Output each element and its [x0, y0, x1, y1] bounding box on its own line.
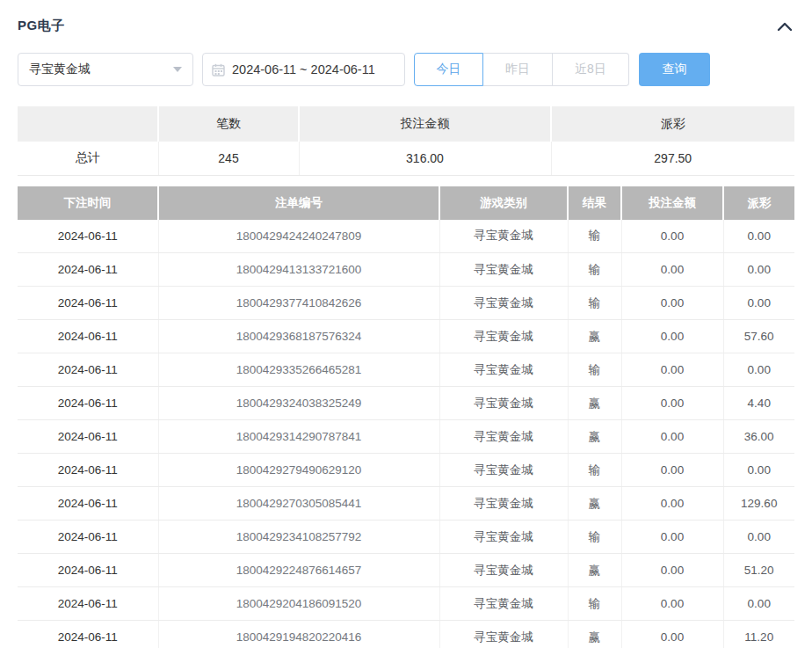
bet-amount-cell: 0.00: [621, 253, 723, 287]
bet-amount-cell: 0.00: [621, 487, 723, 521]
bet-time-cell: 2024-06-11: [18, 253, 158, 287]
result-cell: 输: [568, 253, 621, 287]
table-row: 2024-06-111800429368187576324寻宝黄金城赢0.005…: [18, 320, 794, 353]
records-column-header: 下注时间: [18, 186, 158, 220]
bet-amount-cell: 0.00: [621, 287, 723, 320]
table-row: 2024-06-111800429314290787841寻宝黄金城赢0.003…: [18, 420, 794, 454]
payout-cell: 51.20: [723, 554, 794, 587]
quick-range-button-group: 今日昨日近8日: [414, 53, 629, 86]
bet-amount-cell: 0.00: [621, 621, 723, 648]
bet-records-table: 下注时间注单编号游戏类别结果投注金额派彩 2024-06-11180042942…: [18, 186, 794, 648]
payout-cell: 0.00: [723, 353, 794, 387]
bet-time-cell: 2024-06-11: [18, 487, 158, 521]
bet-id-cell: 1800429368187576324: [158, 320, 439, 353]
result-cell: 赢: [568, 554, 621, 587]
bet-time-cell: 2024-06-11: [18, 587, 158, 621]
summary-column-header: 派彩: [551, 106, 794, 142]
bet-id-cell: 1800429204186091520: [158, 587, 439, 621]
result-cell: 输: [568, 521, 621, 554]
panel-header: PG电子: [18, 0, 794, 34]
table-row: 2024-06-111800429234108257792寻宝黄金城输0.000…: [18, 521, 794, 554]
result-cell: 输: [568, 220, 621, 253]
table-row: 2024-06-111800429279490629120寻宝黄金城输0.000…: [18, 454, 794, 487]
bet-id-cell: 1800429234108257792: [158, 521, 439, 554]
date-range-input[interactable]: 2024-06-11 ~ 2024-06-11: [202, 53, 405, 86]
bet-time-cell: 2024-06-11: [18, 320, 158, 353]
summary-total-label: 总计: [18, 142, 158, 175]
records-column-header: 游戏类别: [439, 186, 568, 220]
summary-table: 笔数投注金额派彩 总计245316.00297.50: [18, 106, 794, 176]
quick-range-button-1[interactable]: 昨日: [483, 53, 553, 86]
game-type-cell: 寻宝黄金城: [439, 454, 568, 487]
summary-column-header: 投注金额: [299, 106, 551, 142]
summary-count-cell: 245: [158, 142, 299, 175]
summary-total-row: 总计245316.00297.50: [18, 142, 794, 175]
game-type-cell: 寻宝黄金城: [439, 253, 568, 287]
bet-amount-cell: 0.00: [621, 353, 723, 387]
bet-time-cell: 2024-06-11: [18, 454, 158, 487]
page-title: PG电子: [18, 18, 65, 34]
records-column-header: 结果: [568, 186, 621, 220]
chevron-up-icon: [777, 21, 793, 32]
game-type-cell: 寻宝黄金城: [439, 353, 568, 387]
table-row: 2024-06-111800429377410842626寻宝黄金城输0.000…: [18, 287, 794, 320]
bet-amount-cell: 0.00: [621, 387, 723, 420]
result-cell: 输: [568, 454, 621, 487]
summary-column-header: 笔数: [158, 106, 299, 142]
summary-bet-amount-cell: 316.00: [299, 142, 551, 175]
game-type-cell: 寻宝黄金城: [439, 487, 568, 521]
bet-id-cell: 1800429324038325249: [158, 387, 439, 420]
records-column-header: 派彩: [723, 186, 794, 220]
bet-amount-cell: 0.00: [621, 521, 723, 554]
game-type-cell: 寻宝黄金城: [439, 420, 568, 454]
bet-id-cell: 1800429314290787841: [158, 420, 439, 454]
payout-cell: 0.00: [723, 454, 794, 487]
bet-id-cell: 1800429224876614657: [158, 554, 439, 587]
game-type-cell: 寻宝黄金城: [439, 587, 568, 621]
pg-games-panel: PG电子 寻宝黄金城 2024-06-11 ~ 2024-0: [0, 0, 812, 648]
game-type-cell: 寻宝黄金城: [439, 621, 568, 648]
bet-id-cell: 1800429335266465281: [158, 353, 439, 387]
payout-cell: 11.20: [723, 621, 794, 648]
game-type-cell: 寻宝黄金城: [439, 220, 568, 253]
bet-amount-cell: 0.00: [621, 587, 723, 621]
table-row: 2024-06-111800429270305085441寻宝黄金城赢0.001…: [18, 487, 794, 521]
calendar-icon: [212, 63, 225, 76]
result-cell: 赢: [568, 320, 621, 353]
table-row: 2024-06-111800429204186091520寻宝黄金城输0.000…: [18, 587, 794, 621]
table-row: 2024-06-111800429424240247809寻宝黄金城输0.000…: [18, 220, 794, 253]
game-select[interactable]: 寻宝黄金城: [18, 53, 193, 86]
bet-amount-cell: 0.00: [621, 320, 723, 353]
summary-column-header: [18, 106, 158, 142]
bet-time-cell: 2024-06-11: [18, 220, 158, 253]
payout-cell: 0.00: [723, 521, 794, 554]
records-column-header: 投注金额: [621, 186, 723, 220]
payout-cell: 0.00: [723, 220, 794, 253]
payout-cell: 4.40: [723, 387, 794, 420]
filter-bar: 寻宝黄金城 2024-06-11 ~ 2024-06-11 今日昨日近8日 查询: [18, 53, 794, 86]
bet-time-cell: 2024-06-11: [18, 287, 158, 320]
quick-range-button-2[interactable]: 近8日: [553, 53, 629, 86]
bet-amount-cell: 0.00: [621, 220, 723, 253]
records-column-header: 注单编号: [158, 186, 439, 220]
collapse-panel-button[interactable]: [775, 19, 794, 33]
bet-time-cell: 2024-06-11: [18, 554, 158, 587]
quick-range-button-0[interactable]: 今日: [414, 53, 483, 86]
game-type-cell: 寻宝黄金城: [439, 320, 568, 353]
bet-id-cell: 1800429279490629120: [158, 454, 439, 487]
result-cell: 赢: [568, 621, 621, 648]
payout-cell: 0.00: [723, 287, 794, 320]
game-type-cell: 寻宝黄金城: [439, 287, 568, 320]
bet-amount-cell: 0.00: [621, 554, 723, 587]
records-header-row: 下注时间注单编号游戏类别结果投注金额派彩: [18, 186, 794, 220]
bet-time-cell: 2024-06-11: [18, 521, 158, 554]
bet-amount-cell: 0.00: [621, 420, 723, 454]
search-button[interactable]: 查询: [639, 53, 710, 86]
result-cell: 输: [568, 587, 621, 621]
result-cell: 赢: [568, 387, 621, 420]
summary-header-row: 笔数投注金额派彩: [18, 106, 794, 142]
table-row: 2024-06-111800429335266465281寻宝黄金城输0.000…: [18, 353, 794, 387]
bet-time-cell: 2024-06-11: [18, 621, 158, 648]
bet-id-cell: 1800429413133721600: [158, 253, 439, 287]
payout-cell: 57.60: [723, 320, 794, 353]
